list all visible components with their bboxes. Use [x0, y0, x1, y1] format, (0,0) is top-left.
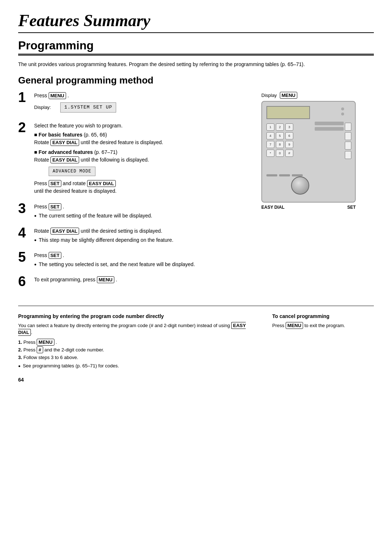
key-0: 0	[276, 150, 284, 157]
device-bottom-labels: EASY DIAL SET	[261, 205, 356, 210]
key-2: 2	[276, 123, 284, 131]
section-title: Programming	[18, 35, 374, 56]
screen-line-1	[315, 122, 344, 125]
step-2-advanced: ■ For advanced features (p. 67–71) Rotat…	[34, 148, 254, 164]
display-box-step1: 1.SYSTEM SET UP	[60, 102, 116, 113]
step-3-bullet-text: The current setting of the feature will …	[39, 212, 152, 220]
bottom-left-text: You can select a feature by directly ent…	[18, 322, 258, 336]
step-1-text: Press MENU .	[34, 92, 254, 99]
set-key-step2: SET	[49, 180, 61, 187]
key-6: 6	[285, 132, 293, 139]
bottom-bullet-text: See programming tables (p. 65–71) for co…	[23, 363, 119, 368]
steps-column: 1 Press MENU . Display: 1.SYSTEM SET UP …	[18, 92, 254, 295]
bottom-left: Programming by entering the program code…	[18, 313, 258, 370]
easy-dial-key-bottom: EASY DIAL	[18, 322, 246, 336]
key-1: 1	[266, 123, 274, 131]
device-screen	[266, 106, 310, 119]
device-side-buttons	[345, 123, 351, 159]
step-2: 2 Select the feature you wish to program…	[18, 122, 254, 196]
device-body: 1 2 3 4 5 6 7 8 9 * 0 #	[261, 101, 356, 203]
intro-text: The unit provides various programming fe…	[18, 61, 374, 68]
step-6: 6 To exit programming, press MENU .	[18, 276, 254, 288]
device-screen-lines	[315, 122, 344, 131]
side-btn-3	[345, 142, 351, 150]
step-5-bullet: The setting you selected is set, and the…	[34, 261, 254, 268]
step-3: 3 Press SET . The current setting of the…	[18, 203, 254, 221]
page-number: 64	[18, 377, 374, 383]
display-label-step1: Display:	[34, 104, 51, 111]
bottom-divider	[18, 306, 374, 306]
key-hash: #	[285, 150, 293, 157]
device-display-label-row: Display MENU	[261, 92, 297, 99]
step-2-number: 2	[18, 121, 29, 134]
key-star: *	[266, 150, 274, 157]
easy-dial-key-step2: EASY DIAL	[87, 180, 116, 187]
bottom-right: To cancel programming Press MENU to exit…	[272, 313, 374, 370]
bottom-left-title: Programming by entering the program code…	[18, 313, 258, 319]
subsection-title: General programming method	[18, 75, 374, 86]
key-5: 5	[276, 132, 284, 139]
step-4: 4 Rotate EASY DIAL until the desired set…	[18, 227, 254, 245]
page-title: Features Summary	[18, 11, 374, 33]
bottom-step-2: 2. Press # and the 2-digit code number.	[18, 347, 258, 353]
device-keypad: 1 2 3 4 5 6 7 8 9 * 0 #	[266, 123, 293, 158]
device-display-text: Display	[261, 93, 277, 98]
step-1: 1 Press MENU . Display: 1.SYSTEM SET UP	[18, 92, 254, 115]
keypad-row-4: * 0 #	[266, 150, 293, 157]
step-5-content: Press SET . The setting you selected is …	[34, 252, 254, 269]
side-btn-1	[345, 123, 351, 131]
step-4-text: Rotate EASY DIAL until the desired setti…	[34, 227, 254, 235]
device-bottom-lines	[266, 174, 303, 176]
step-2-intro: Select the feature you wish to program.	[34, 122, 254, 130]
device-illustration-column: Display MENU 1 2 3	[261, 92, 374, 295]
bottom-right-title: To cancel programming	[272, 313, 374, 319]
advanced-mode-display: ADVANCED MODE	[49, 167, 95, 176]
device-indicator-1	[341, 107, 344, 110]
step-4-bullet-text: This step may be slightly different depe…	[39, 236, 173, 244]
keypad-row-1: 1 2 3	[266, 123, 293, 131]
h-line-3	[292, 174, 303, 176]
hash-key-bottom: #	[37, 346, 43, 353]
bottom-bullet: See programming tables (p. 65–71) for co…	[18, 363, 258, 368]
set-key-step3: SET	[49, 203, 61, 210]
easy-dial-key-advanced: EASY DIAL	[50, 156, 79, 163]
step-2-press-set: Press SET and rotate EASY DIAL until the…	[34, 180, 254, 195]
side-btn-2	[345, 132, 351, 140]
device-dial-area	[291, 176, 309, 195]
step-3-text: Press SET .	[34, 203, 254, 211]
key-9: 9	[285, 141, 293, 148]
key-4: 4	[266, 132, 274, 139]
step-6-number: 6	[18, 274, 29, 288]
menu-key-step1: MENU	[49, 92, 66, 99]
screen-line-2	[315, 127, 344, 131]
step-1-display-row: Display: 1.SYSTEM SET UP	[34, 101, 254, 114]
basic-features-label: For basic features	[38, 132, 82, 138]
step-5-number: 5	[18, 250, 29, 264]
side-btn-4	[345, 151, 351, 159]
easy-dial-key-step4: EASY DIAL	[50, 228, 79, 235]
step-5-text: Press SET .	[34, 252, 254, 259]
menu-key-bottom-1: MENU	[37, 339, 54, 346]
step-4-number: 4	[18, 226, 29, 240]
step-5: 5 Press SET . The setting you selected i…	[18, 252, 254, 269]
set-key-step5: SET	[49, 252, 61, 259]
key-7: 7	[266, 141, 274, 148]
keypad-row-3: 7 8 9	[266, 141, 293, 148]
bottom-step-1: 1. Press MENU .	[18, 339, 258, 346]
step-3-bullet: The current setting of the feature will …	[34, 212, 254, 220]
step-1-number: 1	[18, 90, 29, 104]
device-menu-key: MENU	[280, 92, 297, 99]
set-label: SET	[347, 205, 356, 210]
h-line-2	[279, 174, 290, 176]
advanced-features-label: For advanced features	[38, 149, 93, 155]
key-3: 3	[285, 123, 293, 131]
step-1-content: Press MENU . Display: 1.SYSTEM SET UP	[34, 92, 254, 115]
step-6-text: To exit programming, press MENU .	[34, 276, 254, 284]
menu-key-cancel: MENU	[286, 322, 303, 329]
bottom-right-text: Press MENU to exit the program.	[272, 322, 374, 329]
keypad-row-2: 4 5 6	[266, 132, 293, 139]
step-4-bullet: This step may be slightly different depe…	[34, 236, 254, 244]
bottom-section: Programming by entering the program code…	[18, 313, 374, 370]
bottom-step-3: 3. Follow steps 3 to 6 above.	[18, 354, 258, 361]
easy-dial-label: EASY DIAL	[261, 205, 285, 210]
